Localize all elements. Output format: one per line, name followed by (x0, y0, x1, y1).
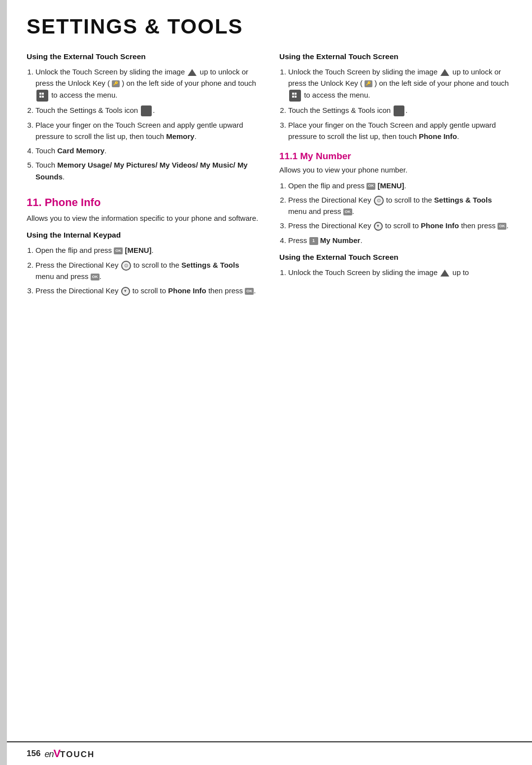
my-number-heading: 11.1 My Number (279, 151, 512, 162)
svg-rect-2 (39, 96, 41, 98)
page-title: SETTINGS & TOOLS (27, 15, 512, 38)
list-item: Open the flip and press OK [MENU]. (288, 180, 512, 191)
settings-tools-icon (141, 105, 152, 116)
number-1-icon: 1 (309, 237, 318, 245)
left-external-touch-heading: Using the External Touch Screen (27, 52, 260, 61)
phone-info-heading: 11. Phone Info (27, 196, 260, 209)
list-item: Press the Directional Key ⊙ to scroll to… (35, 259, 260, 282)
brand-en: en (44, 749, 53, 759)
triangle-icon (440, 270, 449, 277)
grid-icon (289, 90, 301, 102)
triangle-icon (188, 69, 197, 76)
unlock-key-icon: 🔑 (365, 80, 372, 87)
right-column: Using the External Touch Screen Unlock t… (279, 52, 512, 301)
right-external-touch-heading-2: Using the External Touch Screen (279, 253, 512, 262)
directional-nav-icon: ⊙ (121, 261, 131, 271)
triangle-icon (440, 69, 449, 76)
svg-rect-6 (292, 96, 294, 98)
phone-info-description: Allows you to view the information speci… (27, 213, 260, 224)
ok-icon: OK (245, 288, 254, 295)
right-external-touch-heading: Using the External Touch Screen (279, 52, 512, 61)
ok-icon: OK (498, 223, 506, 230)
svg-rect-4 (292, 93, 294, 95)
list-item: Touch the Settings & Tools icon . (35, 104, 260, 116)
list-item: Unlock the Touch Screen by sliding the i… (288, 267, 512, 278)
directional-down-icon: ▾ (121, 287, 130, 296)
ok-icon: OK (114, 247, 123, 254)
brand-v: V (53, 747, 60, 760)
left-external-touch-list: Unlock the Touch Screen by sliding the i… (27, 66, 260, 182)
list-item: Touch Card Memory. (35, 145, 260, 156)
svg-rect-3 (42, 96, 44, 98)
page-content: SETTINGS & TOOLS Using the External Touc… (7, 0, 532, 331)
ok-icon: OK (91, 274, 100, 280)
list-item: Unlock the Touch Screen by sliding the i… (288, 66, 512, 102)
list-item: Place your finger on the Touch Screen an… (288, 119, 512, 142)
left-column: Using the External Touch Screen Unlock t… (27, 52, 260, 301)
list-item: Press the Directional Key ▾ to scroll to… (288, 220, 512, 231)
brand-logo: enVTOUCH (44, 747, 95, 760)
page-number: 156 (27, 749, 40, 759)
list-item: Unlock the Touch Screen by sliding the i… (35, 66, 260, 102)
my-number-description: Allows you to view your phone number. (279, 165, 512, 176)
svg-rect-5 (295, 93, 297, 95)
two-column-layout: Using the External Touch Screen Unlock t… (27, 52, 512, 301)
directional-down-icon: ▾ (374, 222, 383, 231)
page: SETTINGS & TOOLS Using the External Touc… (0, 0, 532, 765)
settings-tools-icon (394, 105, 404, 116)
right-external-touch-list-2: Unlock the Touch Screen by sliding the i… (279, 267, 512, 278)
list-item: Press the Directional Key ⊙ to scroll to… (288, 194, 512, 217)
right-external-touch-list: Unlock the Touch Screen by sliding the i… (279, 66, 512, 142)
list-item: Press 1 My Number. (288, 235, 512, 246)
list-item: Touch the Settings & Tools icon . (288, 104, 512, 116)
list-item: Place your finger on the Touch Screen an… (35, 119, 260, 142)
internal-keypad-heading: Using the Internal Keypad (27, 231, 260, 240)
list-item: Press the Directional Key ▾ to scroll to… (35, 285, 260, 296)
svg-rect-0 (39, 93, 41, 95)
ok-icon: OK (343, 209, 352, 215)
svg-rect-1 (42, 93, 44, 95)
page-footer: 156 enVTOUCH (7, 741, 532, 765)
brand-touch: TOUCH (60, 750, 95, 759)
ok-icon: OK (366, 183, 375, 190)
svg-rect-7 (295, 96, 297, 98)
my-number-list: Open the flip and press OK [MENU]. Press… (279, 180, 512, 246)
directional-nav-icon: ⊙ (374, 196, 384, 206)
unlock-key-icon: 🔑 (112, 80, 120, 87)
list-item: Open the flip and press OK [MENU]. (35, 244, 260, 256)
left-accent-bar (0, 0, 7, 765)
grid-icon (36, 90, 48, 102)
list-item: Touch Memory Usage/ My Pictures/ My Vide… (35, 159, 260, 182)
internal-keypad-list: Open the flip and press OK [MENU]. Press… (27, 244, 260, 296)
